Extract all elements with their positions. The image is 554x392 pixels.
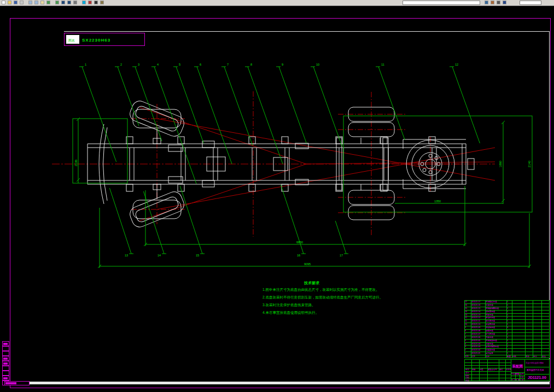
bom-cell: 中桥总成 [486, 336, 508, 339]
scale-label: 比例 [520, 373, 526, 376]
bom-cell: 14 [465, 311, 471, 313]
bom-cell: 备胎升降器总成 [486, 346, 508, 348]
bom-cell: 6 [465, 336, 471, 339]
bom-row: 4JD1121.04后桥总成1 [464, 342, 550, 346]
bom-cell [512, 304, 526, 307]
bom-row: 9JD1121.09传动轴总成3 [464, 326, 550, 329]
bom-cell: 后桥总成 [486, 343, 508, 346]
bom-cell [533, 352, 542, 355]
bom-cell: 1 [465, 352, 471, 355]
bom-cell: 前桥总成 [486, 314, 508, 317]
bom-cell [542, 323, 550, 326]
svg-text:9: 9 [282, 63, 283, 66]
bom-row: 14JD1121.14转向器总成1 [464, 310, 550, 313]
bom-cell: 备注 [542, 355, 550, 358]
bom-cell [526, 317, 533, 319]
pan-icon[interactable] [73, 1, 77, 4]
linetype-icon[interactable] [94, 1, 98, 4]
bom-cell [533, 317, 542, 319]
svg-text:5: 5 [179, 63, 180, 66]
bom-cell: JD1121.13 [471, 314, 486, 317]
bom-row: 17JD1121.17前保险杠总成1 [464, 300, 550, 303]
bom-cell: 5 [465, 340, 471, 342]
zoom-in-icon[interactable] [61, 1, 65, 4]
copy-icon[interactable] [34, 1, 38, 4]
bom-cell: 1 [507, 352, 512, 355]
print-icon[interactable] [20, 1, 24, 4]
binding-margin-cell [2, 376, 9, 381]
bom-cell: 离合器总成 [486, 320, 508, 323]
bom-row: 7JD1121.07贮气筒总成2 [464, 332, 550, 336]
bom-cell [533, 326, 542, 329]
svg-text:1: 1 [85, 63, 86, 66]
bom-cell: 8 [465, 330, 471, 332]
bom-cell [542, 307, 550, 310]
bom-cell [542, 346, 550, 348]
bom-cell [526, 314, 533, 317]
svg-text:9095: 9095 [304, 262, 311, 266]
svg-text:6: 6 [200, 63, 201, 66]
bom-row: 8JD1121.08油箱总成1 [464, 329, 550, 332]
bom-cell: 2 [507, 307, 512, 310]
bom-cell: 1 [507, 304, 512, 307]
measure-icon[interactable] [485, 1, 488, 4]
bom-cell: JD1121.11 [471, 320, 486, 323]
svg-text:7: 7 [227, 63, 229, 66]
bom-header-row: 序号代号名称数量材料单件总计备注 [464, 355, 550, 358]
style-combobox[interactable] [520, 1, 541, 5]
svg-text:15: 15 [196, 254, 199, 257]
bom-cell: 牵引装置 [486, 352, 508, 355]
bom-cell [542, 326, 550, 329]
bom-cell [542, 340, 550, 342]
bom-cell: JD1121.06 [471, 336, 486, 339]
color-control-icon[interactable] [88, 1, 92, 4]
bom-cell [512, 340, 526, 342]
bom-cell [542, 301, 550, 303]
revision-label: 处数 [472, 368, 477, 371]
new-file-icon[interactable] [2, 1, 5, 4]
redo-icon[interactable] [55, 1, 59, 4]
layer-manager-icon[interactable] [82, 1, 86, 4]
annotate-icon[interactable] [491, 1, 494, 4]
layer-combobox[interactable] [403, 1, 480, 5]
help-icon[interactable] [503, 1, 506, 4]
bom-cell [526, 307, 533, 310]
undo-icon[interactable] [46, 1, 50, 4]
bom-cell [512, 301, 526, 303]
technical-notes: 技术要求 1.图中未注尺寸为底盘自由状态尺寸，改装时以实测尺寸为准，不得更改。2… [263, 280, 383, 317]
binding-margin-cell [2, 371, 9, 376]
bom-cell [526, 304, 533, 307]
bom-cell [526, 352, 533, 355]
properties-icon[interactable] [100, 1, 104, 4]
bom-cell: JD1121.09 [471, 326, 486, 329]
settings-icon[interactable] [497, 1, 500, 4]
bom-cell [542, 304, 550, 307]
svg-text:10: 10 [316, 63, 319, 66]
bom-cell [526, 311, 533, 313]
bom-cell: 1 [507, 343, 512, 346]
bom-cell [533, 301, 542, 303]
binding-margin-cell [2, 351, 9, 356]
bom-cell [512, 326, 526, 329]
save-icon[interactable] [14, 1, 18, 4]
bom-cell [533, 307, 542, 310]
bom-cell: 材料 [512, 355, 526, 358]
binding-margin-cell [2, 361, 9, 366]
bom-cell: 11 [465, 320, 471, 323]
cut-icon[interactable] [28, 1, 32, 4]
bom-cell: JD1121.10 [471, 323, 486, 326]
bom-cell: 传动轴总成 [486, 326, 508, 329]
open-file-icon[interactable] [8, 1, 11, 4]
dimension-values: 909568501350203618602140 [74, 160, 531, 266]
bom-cell [533, 304, 542, 307]
svg-text:2: 2 [120, 63, 122, 66]
bom-cell [542, 343, 550, 346]
bom-cell [526, 301, 533, 303]
note-line: 1.图中未注尺寸为底盘自由状态尺寸，改装时以实测尺寸为准，不得更改。 [263, 286, 383, 294]
zoom-out-icon[interactable] [67, 1, 71, 4]
paste-icon[interactable] [40, 1, 44, 4]
bom-cell [533, 346, 542, 348]
dimension-lines [73, 116, 532, 268]
bom-cell: 1 [507, 349, 512, 352]
bom-cell: 贮气筒总成 [486, 333, 508, 336]
